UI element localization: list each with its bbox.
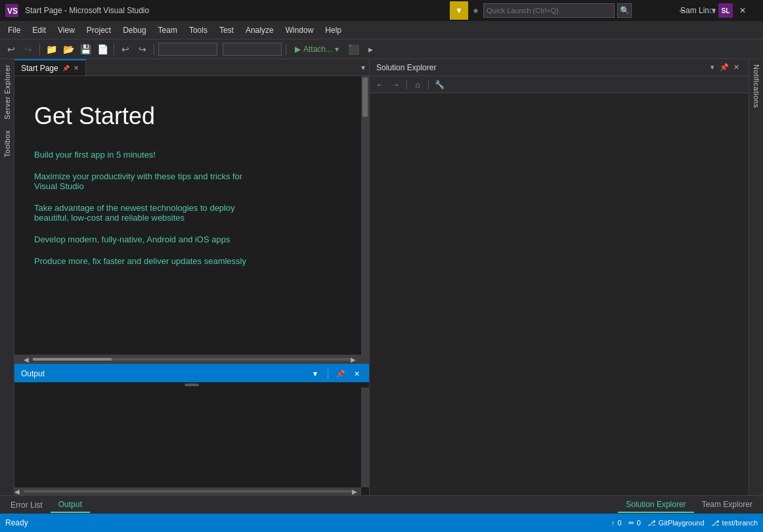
toolbar-arrow-button[interactable]: ▸: [363, 42, 378, 56]
output-pin-button[interactable]: 📌: [335, 368, 347, 380]
tab-bar: Start Page 📌 ✕ ▾: [14, 59, 369, 76]
menu-item-debug[interactable]: Debug: [118, 23, 151, 37]
status-errors[interactable]: ↑ 0: [611, 519, 622, 527]
quick-launch-area: ▼ ⎈ 🔍: [450, 0, 632, 21]
attach-button[interactable]: ▶ Attach... ▾: [290, 42, 343, 56]
user-dropdown-icon[interactable]: ▾: [712, 6, 716, 15]
solution-explorer-close-button[interactable]: ✕: [730, 62, 742, 74]
out-hscroll-right[interactable]: ▶: [352, 488, 361, 495]
get-started-title: Get Started: [34, 102, 349, 130]
link-maximize-productivity[interactable]: Maximize your productivity with these ti…: [34, 171, 349, 191]
branch-label: test/branch: [722, 519, 758, 527]
link-produce-more[interactable]: Produce more, fix faster and deliver upd…: [34, 256, 349, 266]
vertical-scrollbar-thumb[interactable]: [362, 78, 368, 117]
output-resize-handle[interactable]: [14, 382, 369, 388]
vertical-scrollbar[interactable]: [361, 76, 369, 355]
toolbar-extra-button[interactable]: ⬛: [346, 42, 360, 56]
title-bar: VS Start Page - Microsoft Visual Studio …: [0, 0, 763, 21]
hscroll-right-arrow[interactable]: ▶: [351, 356, 360, 363]
menu-item-analyze[interactable]: Analyze: [240, 23, 279, 37]
open-button[interactable]: 📂: [61, 42, 76, 56]
solution-explorer-dropdown-button[interactable]: ▾: [707, 62, 718, 74]
tab-start-page-close[interactable]: ✕: [74, 64, 79, 72]
menu-item-view[interactable]: View: [53, 23, 80, 37]
status-bar: Ready ↑ 0 ✏ 0 ⎇ GitPlayground ⎇ test/bra…: [0, 514, 763, 532]
main-area: Server Explorer Toolbox Start Page 📌 ✕ ▾…: [0, 59, 763, 495]
menu-item-team[interactable]: Team: [153, 23, 183, 37]
toolbar: ↩ ↪ 📁 📂 💾 📄 ↩ ↪ ▶ Attach... ▾ ⬛ ▸: [0, 39, 763, 59]
center-panel: Start Page 📌 ✕ ▾ Get Started Build your …: [14, 59, 369, 495]
menu-item-edit[interactable]: Edit: [27, 23, 51, 37]
output-close-button[interactable]: ✕: [351, 368, 362, 380]
output-vertical-scrollbar[interactable]: [361, 388, 369, 487]
redo2-button[interactable]: ↪: [135, 42, 150, 56]
se-wrench-button[interactable]: 🔧: [433, 78, 446, 91]
solution-explorer-toolbar: ← → ⌂ 🔧: [370, 76, 749, 93]
horizontal-scrollbar[interactable]: ◀ ▶: [14, 355, 369, 364]
tab-dropdown-button[interactable]: ▾: [357, 59, 369, 76]
solution-explorer-pin-button[interactable]: 📌: [718, 62, 730, 74]
tab-start-page-pin[interactable]: 📌: [62, 65, 70, 72]
start-page-content: Get Started Build your first app in 5 mi…: [14, 76, 369, 355]
tab-start-page[interactable]: Start Page 📌 ✕: [14, 59, 86, 76]
user-name[interactable]: Sam Lin: [680, 6, 709, 15]
status-warnings[interactable]: ✏ 0: [628, 519, 641, 527]
undo2-button[interactable]: ↩: [118, 42, 133, 56]
save-all-button[interactable]: 📄: [95, 42, 110, 56]
link-newest-technologies[interactable]: Take advantage of the newest technologie…: [34, 203, 349, 223]
right-panel: Solution Explorer ▾ 📌 ✕ ← → ⌂ 🔧: [369, 59, 749, 495]
menu-item-project[interactable]: Project: [81, 23, 116, 37]
search-button[interactable]: 🔍: [617, 3, 632, 18]
link-develop-mobile[interactable]: Develop modern, fully-native, Android an…: [34, 234, 349, 244]
se-forward-button[interactable]: →: [389, 78, 403, 91]
toolbar-separator-4: [286, 43, 286, 55]
se-home-button[interactable]: ⌂: [411, 78, 424, 91]
notifications-tab[interactable]: Notifications: [751, 59, 762, 113]
hscroll-left-arrow[interactable]: ◀: [24, 356, 33, 363]
sidebar-item-server-explorer[interactable]: Server Explorer: [1, 59, 13, 125]
status-right: ↑ 0 ✏ 0 ⎇ GitPlayground ⎇ test/branch: [611, 519, 758, 527]
redo-button[interactable]: ↪: [21, 42, 35, 56]
toolbar-input-2[interactable]: [223, 43, 282, 56]
link-build-first-app[interactable]: Build your first app in 5 minutes!: [34, 150, 349, 160]
status-ready: Ready: [5, 518, 28, 527]
toolbar-separator-3: [154, 43, 154, 55]
menu-item-file[interactable]: File: [3, 23, 26, 37]
error-up-icon: ↑: [611, 519, 615, 527]
new-project-button[interactable]: 📁: [44, 42, 58, 56]
resize-indicator: [185, 384, 199, 386]
tab-start-page-label: Start Page: [21, 64, 58, 73]
se-back-button[interactable]: ←: [374, 78, 387, 91]
repo-icon: ⎈: [473, 6, 478, 15]
output-panel-title: Output: [21, 369, 305, 378]
output-content: ◀ ▶: [14, 388, 369, 495]
output-panel-header: Output ▼ 📌 ✕: [14, 365, 369, 382]
quick-launch-input[interactable]: [483, 3, 615, 18]
menu-item-tools[interactable]: Tools: [184, 23, 213, 37]
bottom-tab-output[interactable]: Output: [51, 497, 90, 513]
menu-bar: FileEditViewProjectDebugTeamToolsTestAna…: [0, 21, 763, 39]
output-dropdown-button[interactable]: ▼: [309, 368, 321, 380]
out-hscroll-left[interactable]: ◀: [14, 488, 24, 495]
undo-button[interactable]: ↩: [4, 42, 18, 56]
bottom-tab-team-explorer[interactable]: Team Explorer: [694, 497, 760, 513]
sidebar-item-toolbox[interactable]: Toolbox: [1, 125, 13, 162]
hscroll-thumb[interactable]: [33, 358, 112, 361]
left-sidebar: Server Explorer Toolbox: [0, 59, 14, 495]
bottom-tab-error-list[interactable]: Error List: [3, 498, 51, 512]
toolbar-input-1[interactable]: [158, 43, 217, 56]
status-branch[interactable]: ⎇ test/branch: [711, 519, 758, 527]
toolbar-separator-2: [114, 43, 114, 55]
menu-item-window[interactable]: Window: [280, 23, 319, 37]
hscroll-track: [33, 358, 351, 361]
output-horizontal-scrollbar[interactable]: ◀ ▶: [14, 487, 361, 495]
user-avatar[interactable]: SL: [718, 3, 733, 18]
filter-icon[interactable]: ▼: [450, 1, 468, 20]
solution-explorer-content: [370, 93, 749, 495]
menu-item-test[interactable]: Test: [214, 23, 239, 37]
status-git-playground[interactable]: ⎇ GitPlayground: [647, 519, 705, 527]
bottom-tab-solution-explorer[interactable]: Solution Explorer: [618, 497, 693, 513]
menu-item-help[interactable]: Help: [320, 23, 347, 37]
out-hscroll-track: [24, 490, 352, 493]
save-button[interactable]: 💾: [78, 42, 93, 56]
